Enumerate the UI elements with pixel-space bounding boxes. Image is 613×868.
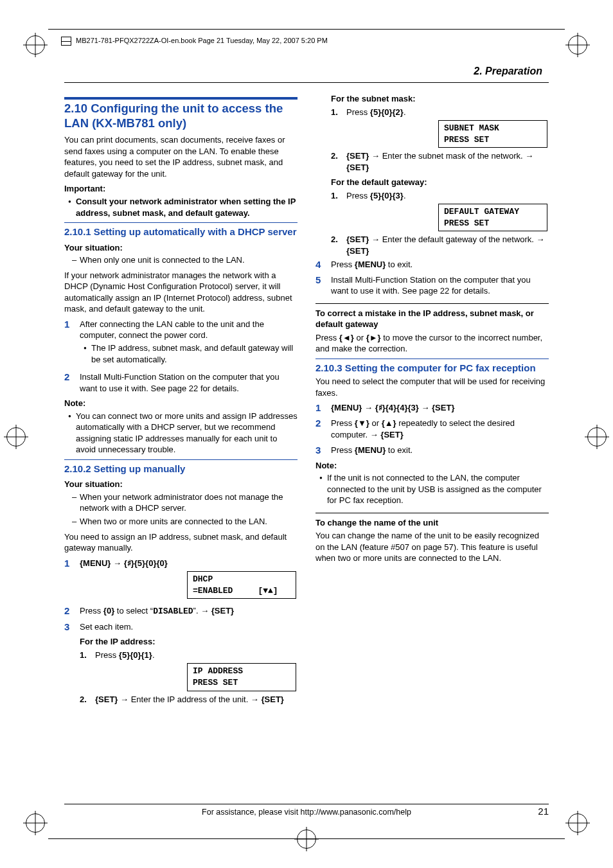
registration-mark-tr	[568, 35, 587, 55]
sub-number: 1.	[331, 190, 342, 202]
your-situation-label-2: Your situation:	[64, 479, 298, 490]
change-name-label: To change the name of the unit	[315, 517, 549, 529]
important-label: Important:	[64, 183, 298, 195]
correct-label: To correct a mistake in the IP address, …	[315, 308, 549, 330]
sub-number: 1.	[80, 650, 91, 661]
t: or	[369, 418, 382, 428]
t: to exit.	[386, 260, 413, 269]
arrow-icon: →	[362, 403, 375, 412]
t: Press	[331, 418, 355, 428]
book-header-text: MB271-781-PFQX2722ZA-OI-en.book Page 21 …	[76, 37, 328, 44]
key-up: {▲}	[382, 418, 396, 428]
book-icon	[61, 37, 71, 46]
footer: For assistance, please visit http://www.…	[64, 804, 549, 818]
key-502: {5}{0}{2}	[370, 107, 404, 117]
sub-number: 2.	[80, 694, 91, 705]
key-sharp-443: {♯}{4}{4}{3}	[375, 403, 419, 412]
s1-step-1: 1 After connecting the LAN cable to the …	[64, 319, 298, 368]
intro-paragraph: You can print documents, scan documents,…	[64, 134, 298, 179]
arrow-icon: →	[369, 235, 380, 244]
section-rule	[64, 97, 298, 100]
key-set: {SET}	[346, 235, 369, 244]
key-set: {SET}	[346, 163, 369, 172]
s2-step-5: 5 Install Multi-Function Station on the …	[315, 274, 549, 297]
arrow-icon: →	[369, 151, 380, 161]
key-menu: {MENU}	[355, 445, 386, 455]
t: Enter the IP address of the unit.	[129, 695, 251, 704]
sub-number: 2.	[331, 150, 342, 173]
lcd-display-subnet: SUBNET MASK PRESS SET	[438, 120, 547, 148]
t: to select “	[114, 606, 153, 616]
s2-step-1: 1 {MENU} → {♯}{5}{0}{0} DHCP =ENABLED [▼…	[64, 558, 298, 602]
step-number: 3	[315, 445, 324, 456]
arrow-icon: →	[525, 151, 533, 161]
page-number: 21	[538, 802, 549, 818]
thin-rule	[315, 303, 549, 304]
registration-mark-r	[587, 427, 607, 447]
arrow-icon: →	[251, 695, 262, 704]
t: Enter the default gateway of the network…	[380, 235, 537, 244]
s2-intro: You need to assign an IP address, subnet…	[64, 531, 298, 554]
section-2-10: 2.10 Configuring the unit to access the …	[64, 97, 298, 218]
important-list: Consult your network administrator when …	[64, 196, 298, 218]
gw-sub-1: 1. Press {5}{0}{3}.	[331, 190, 549, 202]
t: Press	[346, 107, 370, 117]
sm-sub-1: 1. Press {5}{0}{2}.	[331, 107, 549, 118]
header-rule	[64, 82, 549, 83]
note-list-1: You can connect two or more units and as…	[64, 411, 298, 456]
step-number: 1	[64, 319, 73, 368]
dhcp-explain: If your network administrator manages th…	[64, 270, 298, 315]
key-set: {SET}	[346, 246, 369, 256]
key-501: {5}{0}{1}	[119, 650, 152, 660]
s3-step-3: 3 Press {MENU} to exit.	[315, 445, 549, 456]
for-ip-label: For the IP address:	[80, 636, 298, 648]
note-label-1: Note:	[64, 398, 298, 409]
key-set: {SET}	[346, 151, 369, 161]
s3-step-2: 2 Press {▼} or {▲} repeatedly to select …	[315, 418, 549, 440]
change-name-paragraph: You can change the name of the unit to b…	[315, 530, 549, 564]
footer-text: For assistance, please visit http://www.…	[202, 808, 411, 817]
ip-sub-2: 2. {SET} → Enter the IP address of the u…	[80, 694, 298, 705]
key-set: {SET}	[261, 695, 283, 704]
t: Press	[315, 333, 339, 342]
correct-paragraph: Press {◄} or {►} to move the cursor to t…	[315, 332, 549, 355]
situation-dash-2b: When two or more units are connected to …	[64, 516, 298, 527]
registration-mark-l	[6, 427, 26, 447]
s1-step1-text: After connecting the LAN cable to the un…	[80, 319, 264, 341]
heading-2-10-3: 2.10.3 Setting the computer for PC fax r…	[315, 359, 549, 375]
s1-step1-sublist: The IP address, subnet mask, and default…	[80, 342, 298, 365]
lcd-display-dhcp: DHCP =ENABLED [▼▲]	[187, 571, 296, 599]
book-header-meta: MB271-781-PFQX2722ZA-OI-en.book Page 21 …	[61, 36, 328, 46]
s1-step-2: 2 Install Multi-Function Station on the …	[64, 371, 298, 394]
t: to exit.	[386, 445, 413, 455]
t: Press	[331, 445, 355, 455]
sub-number: 2.	[331, 234, 342, 256]
section-header: 2. Preparation	[474, 64, 542, 78]
your-situation-label-1: Your situation:	[64, 242, 298, 254]
important-bullet: Consult your network administrator when …	[76, 197, 296, 218]
s2-step3-text: Set each item.	[80, 622, 133, 632]
note-bullet-3: If the unit is not connected to the LAN,…	[315, 472, 549, 506]
key-set: {SET}	[95, 695, 118, 704]
mono-disabled: DISABLED	[153, 607, 193, 616]
key-set: {SET}	[432, 403, 454, 412]
key-set: {SET}	[380, 430, 403, 439]
thin-rule	[315, 513, 549, 513]
key-left: {◄}	[339, 333, 354, 342]
for-subnet-label: For the subnet mask:	[331, 93, 549, 105]
key-menu: {MENU}	[80, 558, 111, 568]
step-number: 3	[64, 621, 73, 707]
t: Press	[80, 606, 103, 616]
step-number: 1	[315, 402, 324, 414]
heading-2-10: 2.10 Configuring the unit to access the …	[64, 101, 298, 130]
arrow-icon: →	[118, 695, 129, 704]
registration-mark-tl	[26, 35, 45, 55]
heading-2-10-1: 2.10.1 Setting up automatically with a D…	[64, 222, 298, 238]
step-number: 1	[64, 558, 73, 602]
t: Press	[331, 260, 355, 269]
situation-dash-1: When only one unit is connected to the L…	[64, 254, 298, 266]
step-number: 2	[64, 371, 73, 394]
situation-dash-2a: When your network administrator does not…	[64, 492, 298, 514]
content-columns: 2.10 Configuring the unit to access the …	[64, 93, 549, 797]
heading-2-10-2: 2.10.2 Setting up manually	[64, 459, 298, 475]
